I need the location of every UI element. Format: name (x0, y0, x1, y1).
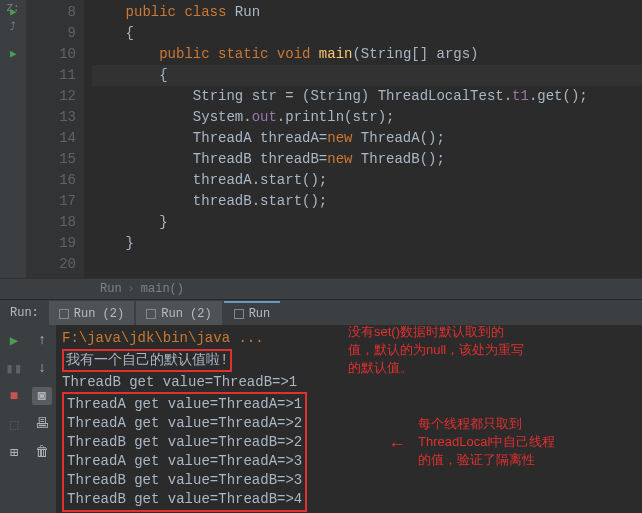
console-line: ThreadB get value=ThreadB=>3 (67, 471, 302, 490)
line-number: 10 (59, 46, 76, 62)
stop-icon[interactable]: ■ (4, 387, 24, 405)
run-tab-active[interactable]: Run (224, 301, 281, 325)
console-line: ThreadA get value=ThreadA=>2 (67, 414, 302, 433)
console-command: F:\java\jdk\bin\java ... (62, 330, 264, 346)
line-number: 14 (26, 128, 76, 149)
line-number: 13 (26, 107, 76, 128)
line-number-gutter: ▶8 9 ▶10 11 12 13 14 15 16 17 18 19 20 (26, 0, 84, 278)
screenshot-icon[interactable]: ◙ (32, 387, 52, 405)
print-icon[interactable]: 🖶 (32, 415, 52, 433)
down-icon[interactable]: ↓ (32, 359, 52, 377)
run-tab[interactable]: Run (2) (49, 301, 134, 325)
run-panel-body: ▶ ▮▮ ■ ⬚ ⊞ ↑ ↓ ◙ 🖶 🗑 F:\java\jdk\bin\jav… (0, 325, 642, 513)
breadcrumb-class[interactable]: Run (100, 282, 122, 296)
layout-icon[interactable]: ⊞ (4, 443, 24, 461)
line-number: 17 (26, 191, 76, 212)
console-line: ThreadA get value=ThreadA=>3 (67, 452, 302, 471)
line-number: 12 (26, 86, 76, 107)
line-number: 20 (26, 254, 76, 275)
run-gutter-icon[interactable]: ▶ (10, 44, 17, 65)
config-icon (59, 309, 69, 319)
run-label: Run: (0, 306, 49, 320)
run-panel-header: Run: Run (2) Run (2) Run (0, 299, 642, 325)
line-number: 19 (26, 233, 76, 254)
arrow-left-icon: ← (388, 435, 406, 455)
up-icon[interactable]: ↑ (32, 331, 52, 349)
chevron-icon: › (128, 282, 135, 296)
run-gutter-icon[interactable]: ▶ (10, 2, 17, 23)
code-editor: Z: ⤴ ▶8 9 ▶10 11 12 13 14 15 16 17 18 19… (0, 0, 642, 278)
run-tab[interactable]: Run (2) (136, 301, 221, 325)
console-line: ThreadA get value=ThreadA=>1 (67, 395, 302, 414)
breadcrumb-method[interactable]: main() (141, 282, 184, 296)
pause-icon[interactable]: ▮▮ (4, 359, 24, 377)
config-icon (146, 309, 156, 319)
run-toolbar-secondary: ↑ ↓ ◙ 🖶 🗑 (28, 325, 56, 513)
line-number: 15 (26, 149, 76, 170)
line-number: 9 (26, 23, 76, 44)
annotation-note: 没有set()数据时默认取到的值，默认的为null，该处为重写的默认值。 (348, 323, 638, 377)
line-number: 11 (26, 65, 76, 86)
annotation-note: 每个线程都只取到ThreadLocal中自己线程的值，验证了隔离性 (418, 415, 638, 469)
breadcrumb[interactable]: Run›main() (0, 278, 642, 299)
rerun-icon[interactable]: ▶ (4, 331, 24, 349)
run-toolbar-left: ▶ ▮▮ ■ ⬚ ⊞ (0, 325, 28, 513)
trash-icon[interactable]: 🗑 (32, 443, 52, 461)
left-tool-gutter: Z: ⤴ (0, 0, 26, 278)
console-line: ThreadB get value=ThreadB=>4 (67, 490, 302, 509)
console-line: ThreadB get value=ThreadB=>2 (67, 433, 302, 452)
dump-icon[interactable]: ⬚ (4, 415, 24, 433)
line-number: 8 (68, 4, 76, 20)
highlight-box-group: ThreadA get value=ThreadA=>1ThreadA get … (62, 392, 307, 512)
config-icon (234, 309, 244, 319)
line-number: 16 (26, 170, 76, 191)
code-content[interactable]: public class Run { public static void ma… (84, 0, 642, 278)
line-number: 18 (26, 212, 76, 233)
highlight-box: 我有一个自己的默认值啦! (62, 349, 232, 372)
